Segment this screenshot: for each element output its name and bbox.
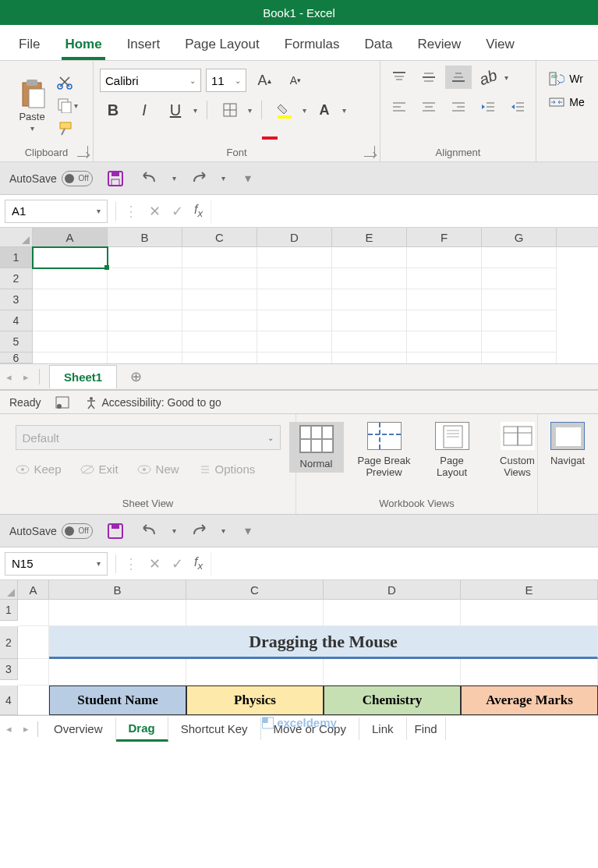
- cell[interactable]: [257, 310, 332, 331]
- borders-button[interactable]: [217, 98, 243, 122]
- cell[interactable]: [257, 289, 332, 310]
- save-button[interactable]: [104, 167, 127, 190]
- row-header[interactable]: 5: [0, 331, 33, 353]
- header-average-marks[interactable]: Average Marks: [461, 686, 598, 715]
- cell[interactable]: [33, 353, 108, 363]
- italic-button[interactable]: I: [131, 98, 157, 122]
- exit-button[interactable]: Exit: [80, 462, 119, 476]
- sheet-tab-shortcut-key[interactable]: Shortcut Key: [168, 717, 261, 740]
- row-header[interactable]: 3: [0, 289, 33, 310]
- cell[interactable]: [33, 268, 108, 289]
- cell[interactable]: [18, 626, 49, 659]
- fx-icon[interactable]: fx: [194, 203, 203, 219]
- new-sheet-button[interactable]: ⊕: [123, 364, 148, 389]
- sheet-tab-overview[interactable]: Overview: [41, 717, 116, 740]
- cell[interactable]: [482, 247, 557, 268]
- sheet-view-select[interactable]: Default⌄: [16, 425, 281, 450]
- cell[interactable]: [332, 268, 407, 289]
- cell[interactable]: [186, 600, 324, 626]
- cell[interactable]: [108, 310, 182, 331]
- cell[interactable]: [108, 268, 182, 289]
- cell[interactable]: [18, 686, 49, 715]
- select-all-corner[interactable]: [0, 228, 33, 246]
- cell[interactable]: [49, 600, 186, 626]
- sheet-nav-prev-icon[interactable]: ◂: [0, 723, 17, 735]
- col-header[interactable]: G: [482, 228, 557, 246]
- customize-qat-icon[interactable]: ▾: [236, 519, 260, 543]
- cell[interactable]: [407, 310, 482, 331]
- col-header[interactable]: A: [18, 580, 49, 599]
- cell[interactable]: [182, 353, 257, 363]
- dialog-launcher-icon[interactable]: [364, 146, 375, 157]
- row-header[interactable]: 1: [0, 600, 18, 621]
- redo-button[interactable]: [187, 519, 211, 543]
- navigation-button[interactable]: Navigat: [540, 422, 595, 466]
- underline-button[interactable]: U: [162, 98, 189, 122]
- select-all-corner[interactable]: [0, 580, 18, 599]
- formula-input[interactable]: [211, 200, 598, 223]
- increase-font-icon[interactable]: A▴: [251, 69, 278, 92]
- cell[interactable]: [182, 289, 257, 310]
- col-header[interactable]: C: [186, 580, 324, 599]
- align-middle-icon[interactable]: [416, 66, 442, 89]
- decrease-font-icon[interactable]: A▾: [282, 69, 309, 92]
- align-left-icon[interactable]: [386, 95, 412, 119]
- tab-view[interactable]: View: [476, 37, 524, 60]
- cell[interactable]: [182, 310, 257, 331]
- fill-color-button[interactable]: [271, 98, 298, 122]
- cell[interactable]: [482, 268, 557, 289]
- cell[interactable]: [324, 659, 461, 686]
- cell[interactable]: [332, 310, 407, 331]
- redo-button[interactable]: [187, 167, 211, 190]
- sheet-nav-next-icon[interactable]: ▸: [17, 723, 34, 735]
- cell[interactable]: [33, 331, 108, 353]
- customize-qat-icon[interactable]: ▾: [236, 167, 260, 190]
- header-physics[interactable]: Physics: [186, 686, 324, 715]
- font-name-select[interactable]: Calibri⌄: [100, 69, 201, 92]
- name-box[interactable]: N15▾: [5, 552, 108, 576]
- merge-button[interactable]: Me: [549, 95, 584, 109]
- cell[interactable]: [33, 247, 108, 268]
- align-right-icon[interactable]: [445, 95, 472, 119]
- custom-views-button[interactable]: Custom Views: [490, 422, 545, 478]
- header-student-name[interactable]: Student Name: [49, 686, 186, 715]
- tab-file[interactable]: File: [9, 37, 49, 60]
- cell[interactable]: [108, 247, 182, 268]
- autosave-toggle[interactable]: AutoSave Off: [9, 171, 93, 186]
- undo-button[interactable]: [138, 167, 161, 190]
- row-header[interactable]: 1: [0, 247, 33, 268]
- cell[interactable]: [461, 600, 598, 626]
- copy-icon[interactable]: [57, 97, 73, 113]
- fx-icon[interactable]: fx: [194, 555, 203, 572]
- cell[interactable]: [332, 353, 407, 363]
- paste-button[interactable]: Paste ▾: [15, 75, 49, 136]
- autosave-toggle[interactable]: AutoSave Off: [9, 523, 93, 539]
- cell[interactable]: [186, 659, 324, 686]
- col-header[interactable]: B: [108, 228, 182, 246]
- keep-button[interactable]: Keep: [16, 462, 62, 476]
- font-size-select[interactable]: 11⌄: [206, 69, 246, 92]
- new-view-button[interactable]: New: [137, 462, 179, 476]
- cell[interactable]: [182, 268, 257, 289]
- normal-view-button[interactable]: Normal: [289, 422, 344, 473]
- cell[interactable]: [257, 247, 332, 268]
- sheet-nav-next-icon[interactable]: ▸: [17, 371, 34, 383]
- font-color-button[interactable]: A: [311, 98, 338, 122]
- undo-button[interactable]: [138, 519, 161, 543]
- col-header[interactable]: E: [461, 580, 598, 599]
- cell[interactable]: [482, 331, 557, 353]
- col-header[interactable]: E: [332, 228, 407, 246]
- options-button[interactable]: Options: [198, 462, 256, 476]
- title-cell[interactable]: Dragging the Mouse: [49, 626, 598, 659]
- cell[interactable]: [324, 600, 461, 626]
- align-center-icon[interactable]: [416, 95, 442, 119]
- cell[interactable]: [482, 353, 557, 363]
- cell[interactable]: [33, 289, 108, 310]
- cell[interactable]: [482, 289, 557, 310]
- cell[interactable]: [49, 659, 186, 686]
- cell[interactable]: [182, 247, 257, 268]
- align-top-icon[interactable]: [386, 66, 412, 89]
- cell[interactable]: [407, 289, 482, 310]
- decrease-indent-icon[interactable]: [475, 95, 501, 119]
- cell[interactable]: [108, 331, 182, 353]
